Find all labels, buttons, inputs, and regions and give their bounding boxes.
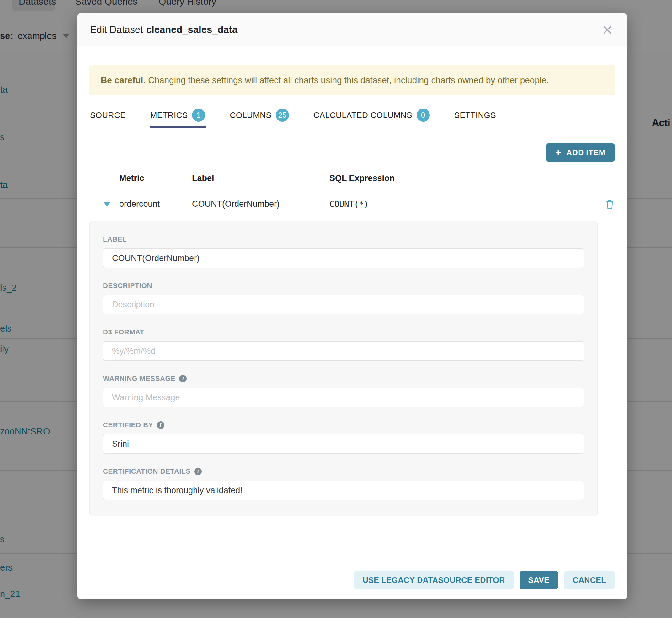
metric-edit-panel: LABEL DESCRIPTION D3 FORMAT WARNING MESS… [89,221,598,516]
certified-by-input[interactable] [103,434,584,453]
columns-count-badge: 25 [276,109,289,122]
description-field-caption: DESCRIPTION [103,282,152,290]
trash-icon[interactable] [600,199,614,209]
cancel-button[interactable]: CANCEL [564,571,615,589]
warning-banner-bold: Be careful. [101,75,146,85]
d3-format-field-caption: D3 FORMAT [103,328,144,336]
warning-message-input[interactable] [103,388,584,407]
collapse-caret-icon[interactable] [104,202,119,206]
tab-calculated-columns-label: CALCULATED COLUMNS [313,110,412,120]
tab-metrics[interactable]: METRICS 1 [150,104,206,128]
add-item-label: ADD ITEM [566,148,605,157]
warning-banner-text: Changing these settings will affect all … [148,75,549,85]
certified-by-field-caption: CERTIFIED BY [103,421,153,429]
tab-settings[interactable]: SETTINGS [454,104,497,128]
metric-label: COUNT(OrderNumber) [192,199,329,209]
info-icon[interactable]: i [194,468,202,475]
close-icon[interactable] [600,23,614,37]
tab-columns-label: COLUMNS [230,110,271,120]
label-field-caption: LABEL [103,235,127,243]
tab-calculated-columns[interactable]: CALCULATED COLUMNS 0 [313,104,430,128]
metrics-count-badge: 1 [192,109,205,122]
warning-message-field-caption: WARNING MESSAGE [103,375,175,383]
field-certification-details: CERTIFICATION DETAILS i [103,468,584,500]
tab-source[interactable]: SOURCE [89,104,126,128]
save-button[interactable]: SAVE [519,571,558,589]
plus-icon: + [555,147,561,158]
field-label: LABEL [103,235,584,268]
tab-metrics-label: METRICS [150,110,188,120]
d3-format-input[interactable] [103,341,584,361]
label-input[interactable] [103,248,584,268]
tab-source-label: SOURCE [90,110,126,120]
modal-body: Be careful.Changing these settings will … [78,46,627,560]
dataset-editor-tabs: SOURCE METRICS 1 COLUMNS 25 CALCULATED C… [89,104,615,128]
use-legacy-datasource-editor-button[interactable]: USE LEGACY DATASOURCE EDITOR [354,571,514,589]
dataset-name: cleaned_sales_data [146,24,237,35]
metric-sql-expression: COUNT(*) [329,200,600,209]
metric-key: ordercount [119,199,192,209]
column-header-metric: Metric [119,174,192,183]
field-description: DESCRIPTION [103,282,584,314]
edit-dataset-modal: Edit Datasetcleaned_sales_data Be carefu… [78,13,627,599]
column-header-sql-expression: SQL Expression [329,174,615,183]
modal-title-prefix: Edit Dataset [90,24,143,35]
warning-banner: Be careful.Changing these settings will … [89,65,615,95]
add-item-row: + ADD ITEM [89,143,615,162]
description-input[interactable] [103,295,584,314]
field-certified-by: CERTIFIED BY i [103,421,584,453]
add-item-button[interactable]: + ADD ITEM [546,143,615,162]
calculated-columns-count-badge: 0 [417,109,430,122]
column-header-label: Label [192,174,329,183]
info-icon[interactable]: i [157,421,164,429]
field-d3-format: D3 FORMAT [103,328,584,361]
tab-settings-label: SETTINGS [454,110,496,120]
modal-header: Edit Datasetcleaned_sales_data [78,13,627,46]
metrics-table-header: Metric Label SQL Expression [89,171,615,185]
metric-row: ordercount COUNT(OrderNumber) COUNT(*) [89,194,615,214]
certification-details-field-caption: CERTIFICATION DETAILS [103,468,190,476]
certification-details-input[interactable] [103,481,584,500]
modal-title: Edit Datasetcleaned_sales_data [90,24,237,35]
modal-footer: USE LEGACY DATASOURCE EDITOR SAVE CANCEL [78,560,627,599]
tab-columns[interactable]: COLUMNS 25 [229,104,290,128]
info-icon[interactable]: i [179,375,187,383]
field-warning-message: WARNING MESSAGE i [103,375,584,407]
